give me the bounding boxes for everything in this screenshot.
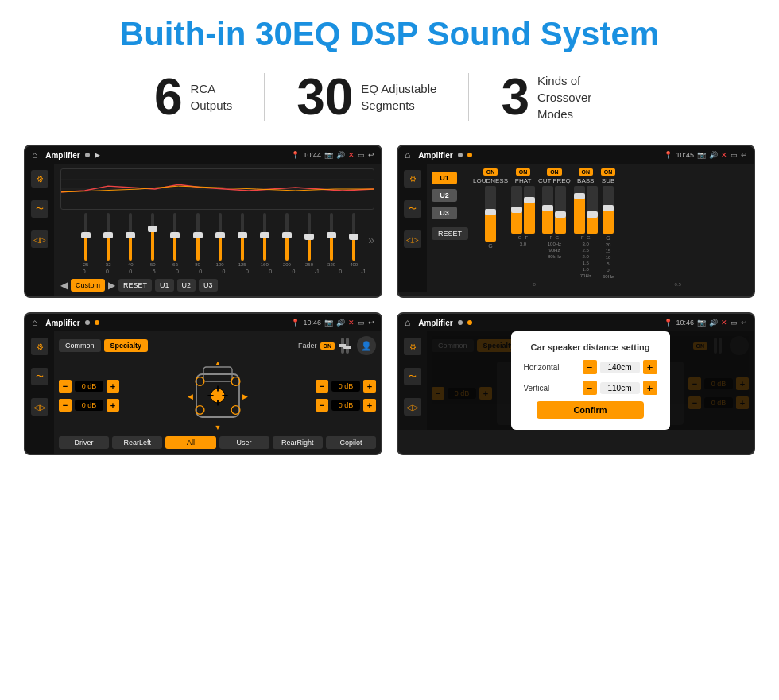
home-icon-3[interactable]: ⌂ bbox=[32, 317, 37, 328]
btn-copilot[interactable]: Copilot bbox=[326, 436, 376, 449]
fader-on-badge: ON bbox=[320, 342, 335, 350]
dialog-menu-icon[interactable]: ⚙ bbox=[404, 338, 421, 355]
cross-menu-icon[interactable]: ⚙ bbox=[404, 170, 421, 188]
right-front-minus[interactable]: − bbox=[316, 380, 328, 393]
svg-text:▲: ▲ bbox=[214, 360, 221, 367]
bass-slider-2[interactable] bbox=[587, 186, 598, 234]
dialog-vertical-controls: − 110cm + bbox=[583, 381, 657, 395]
phat-slider-2[interactable] bbox=[524, 186, 535, 234]
eq-slider-3[interactable]: 50 bbox=[142, 213, 163, 267]
eq-preset-custom[interactable]: Custom bbox=[71, 279, 105, 292]
cross-vol-icon[interactable]: ◁▷ bbox=[404, 230, 421, 248]
phat-slider-1[interactable] bbox=[511, 186, 522, 234]
stat-crossover: 3 Kinds of Crossover Modes bbox=[469, 72, 657, 122]
dialog-vol-icon[interactable]: ◁▷ bbox=[404, 398, 421, 416]
eq-controls-row: ◀ Custom ▶ RESET U1 U2 U3 bbox=[60, 279, 374, 292]
cross-wave-icon[interactable]: 〜 bbox=[404, 200, 421, 218]
eq-next-arrow[interactable]: ▶ bbox=[108, 280, 115, 291]
eq-reset-btn[interactable]: RESET bbox=[118, 279, 152, 292]
back-icon-2[interactable]: ↩ bbox=[741, 151, 747, 159]
dialog-horizontal-minus[interactable]: − bbox=[583, 360, 597, 374]
dialog-vertical-plus[interactable]: + bbox=[643, 381, 657, 395]
fader-screen-title: Amplifier bbox=[45, 319, 79, 327]
eq-prev-arrow[interactable]: ◀ bbox=[60, 280, 68, 291]
left-rear-plus[interactable]: + bbox=[107, 399, 119, 412]
back-icon-3[interactable]: ↩ bbox=[368, 319, 374, 327]
screen-eq: ⌂ Amplifier ▶ 📍 10:44 📷 🔊 ✕ ▭ ↩ ⚙ bbox=[24, 145, 382, 298]
back-icon-4[interactable]: ↩ bbox=[741, 319, 747, 327]
play-icon[interactable]: ▶ bbox=[95, 151, 100, 159]
left-front-minus[interactable]: − bbox=[59, 380, 72, 393]
home-icon-4[interactable]: ⌂ bbox=[405, 317, 410, 328]
eq-sliders: 25 32 40 50 bbox=[76, 213, 364, 267]
home-icon-2[interactable]: ⌂ bbox=[405, 149, 410, 160]
cutfreq-slider-2[interactable] bbox=[555, 186, 566, 234]
right-rear-minus[interactable]: − bbox=[316, 399, 328, 412]
fader-label: Fader bbox=[298, 342, 317, 350]
crossover-reset-btn[interactable]: RESET bbox=[432, 227, 468, 240]
eq-slider-6[interactable]: 100 bbox=[210, 213, 231, 267]
eq-slider-7[interactable]: 125 bbox=[232, 213, 253, 267]
phat-on-badge: ON bbox=[516, 168, 531, 176]
sub-slider[interactable] bbox=[603, 186, 614, 234]
status-bar-eq: ⌂ Amplifier ▶ 📍 10:44 📷 🔊 ✕ ▭ ↩ bbox=[25, 146, 381, 164]
btn-rearright[interactable]: RearRight bbox=[273, 436, 323, 449]
left-rear-db: 0 dB bbox=[75, 400, 103, 411]
eq-slider-4[interactable]: 63 bbox=[165, 213, 185, 267]
eq-slider-11[interactable]: 320 bbox=[321, 213, 342, 267]
crossover-u3-btn[interactable]: U3 bbox=[432, 207, 457, 219]
bass-slider-1[interactable] bbox=[574, 186, 585, 234]
crossover-side-strip: ⚙ 〜 ◁▷ bbox=[398, 164, 427, 292]
dialog-confirm-button[interactable]: Confirm bbox=[537, 401, 643, 419]
left-speakers: − 0 dB + − 0 dB + bbox=[59, 380, 119, 412]
eq-u1-btn[interactable]: U1 bbox=[155, 279, 174, 292]
right-rear-plus[interactable]: + bbox=[363, 399, 376, 412]
btn-all[interactable]: All bbox=[165, 436, 215, 449]
cutfreq-on-badge: ON bbox=[547, 168, 562, 176]
btn-user[interactable]: User bbox=[219, 436, 269, 449]
eq-slider-12[interactable]: 400 bbox=[343, 213, 364, 267]
eq-u3-btn[interactable]: U3 bbox=[199, 279, 218, 292]
crossover-u2-btn[interactable]: U2 bbox=[432, 189, 457, 202]
dialog-horizontal-plus[interactable]: + bbox=[643, 360, 657, 374]
eq-slider-10[interactable]: 250 bbox=[299, 213, 320, 267]
status-dot-1 bbox=[85, 153, 90, 157]
fader-vol-icon[interactable]: ◁▷ bbox=[31, 398, 48, 416]
dialog-wave-icon[interactable]: 〜 bbox=[404, 368, 421, 385]
dialog-vertical-minus[interactable]: − bbox=[583, 381, 597, 395]
settings-circle-icon[interactable]: 👤 bbox=[357, 336, 376, 355]
left-front-plus[interactable]: + bbox=[107, 380, 119, 393]
eq-scroll-right[interactable]: » bbox=[366, 213, 374, 267]
crossover-u1-btn[interactable]: U1 bbox=[432, 172, 457, 184]
back-icon[interactable]: ↩ bbox=[368, 151, 374, 159]
bass-label: BASS bbox=[577, 177, 594, 184]
eq-u2-btn[interactable]: U2 bbox=[177, 279, 196, 292]
crossover-group-loudness: ON LOUDNESS G bbox=[473, 168, 508, 279]
eq-slider-5[interactable]: 80 bbox=[187, 213, 207, 267]
location-icon-2: 📍 bbox=[664, 151, 672, 159]
fader-main-content: Common Specialty Fader ON bbox=[54, 331, 381, 454]
bass-on-badge: ON bbox=[579, 168, 594, 176]
eq-vol-icon[interactable]: ◁▷ bbox=[31, 230, 48, 248]
fader-wave-icon[interactable]: 〜 bbox=[31, 368, 48, 385]
eq-slider-9[interactable]: 200 bbox=[277, 213, 297, 267]
eq-slider-8[interactable]: 160 bbox=[254, 213, 275, 267]
btn-driver[interactable]: Driver bbox=[59, 436, 109, 449]
eq-wave-icon[interactable]: 〜 bbox=[31, 200, 48, 218]
eq-slider-0[interactable]: 25 bbox=[76, 213, 96, 267]
cutfreq-slider-1[interactable] bbox=[542, 186, 553, 234]
loudness-slider[interactable] bbox=[485, 186, 496, 242]
eq-slider-2[interactable]: 40 bbox=[120, 213, 141, 267]
right-front-plus[interactable]: + bbox=[363, 380, 376, 393]
status-icons-fader: 📍 10:46 📷 🔊 ✕ ▭ ↩ bbox=[291, 319, 374, 327]
tab-specialty[interactable]: Specialty bbox=[104, 339, 149, 352]
volume-icon: 🔊 bbox=[336, 151, 345, 159]
left-rear-minus[interactable]: − bbox=[59, 399, 72, 412]
eq-slider-1[interactable]: 32 bbox=[98, 213, 118, 267]
screen-crossover: ⌂ Amplifier 📍 10:45 📷 🔊 ✕ ▭ ↩ ⚙ bbox=[397, 145, 755, 298]
eq-menu-icon[interactable]: ⚙ bbox=[31, 170, 48, 188]
tab-common[interactable]: Common bbox=[59, 339, 101, 352]
home-icon[interactable]: ⌂ bbox=[32, 149, 37, 160]
btn-rearleft[interactable]: RearLeft bbox=[112, 436, 162, 449]
fader-menu-icon[interactable]: ⚙ bbox=[31, 338, 48, 355]
